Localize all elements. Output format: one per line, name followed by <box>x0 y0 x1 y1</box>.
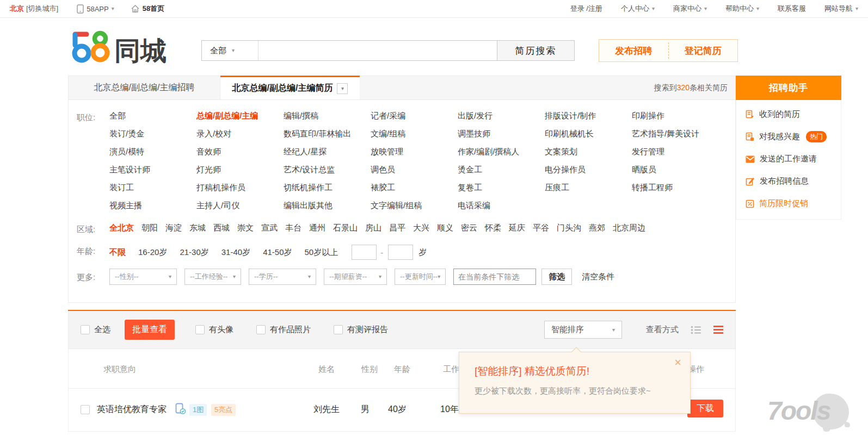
position-option[interactable]: 主持人/司仪 <box>196 201 284 211</box>
position-option[interactable]: 切纸机操作工 <box>284 183 371 193</box>
personal-center-menu[interactable]: 个人中心▾ <box>621 4 655 14</box>
keyword-filter-input[interactable] <box>453 269 536 285</box>
region-option-selected[interactable]: 全北京 <box>109 223 134 233</box>
position-option[interactable]: 编辑/撰稿 <box>284 111 371 121</box>
contact-service-link[interactable]: 联系客服 <box>778 4 806 14</box>
position-option[interactable]: 电分操作员 <box>545 165 632 175</box>
switch-city-link[interactable]: [切换城市] <box>26 4 58 14</box>
region-option[interactable]: 北京周边 <box>613 223 645 233</box>
gender-select[interactable]: --性别--▾ <box>109 269 177 285</box>
app-link[interactable]: 58APP ▾ <box>77 4 114 14</box>
has-avatar-label[interactable]: 有头像 <box>209 325 233 335</box>
has-photos-checkbox[interactable] <box>256 325 266 334</box>
position-option[interactable]: 调色员 <box>371 165 458 175</box>
position-option[interactable]: 文编/组稿 <box>371 129 458 139</box>
position-option[interactable]: 演员/模特 <box>109 147 196 157</box>
search-input[interactable] <box>258 41 497 60</box>
search-category-select[interactable]: 全部 ▾ <box>202 41 258 60</box>
age-option[interactable]: 41-50岁 <box>263 247 292 258</box>
grid-view-icon[interactable] <box>713 326 723 334</box>
experience-select[interactable]: --工作经验--▾ <box>184 269 241 285</box>
region-option[interactable]: 大兴 <box>413 223 429 233</box>
clear-filters-link[interactable]: 清空条件 <box>582 272 614 282</box>
region-option[interactable]: 宣武 <box>261 223 278 233</box>
download-button[interactable]: 下载 <box>687 400 723 418</box>
has-photos-label[interactable]: 有作品照片 <box>270 325 311 335</box>
position-option[interactable]: 发行管理 <box>632 147 719 157</box>
region-option[interactable]: 崇文 <box>237 223 254 233</box>
position-option[interactable]: 记者/采编 <box>371 111 458 121</box>
update-time-select[interactable]: --更新时间--▾ <box>395 269 446 285</box>
post-resume-button[interactable]: 登记简历 <box>669 40 738 61</box>
assistant-item-interested-in-me[interactable]: 对我感兴趣 热门 <box>736 126 841 148</box>
site-nav-menu[interactable]: 网站导航▾ <box>824 4 858 14</box>
age-max-input[interactable] <box>388 245 413 260</box>
position-option[interactable]: 文字编辑/组稿 <box>371 201 458 211</box>
position-option[interactable]: 装订/烫金 <box>109 129 196 139</box>
resume-search-button[interactable]: 简历搜索 <box>497 41 574 60</box>
has-report-label[interactable]: 有测评报告 <box>347 325 388 335</box>
tab-resumes-active[interactable]: 北京总编/副总编/主编简历 ▾ <box>220 76 360 99</box>
position-option[interactable]: 电话采编 <box>458 201 545 211</box>
region-option[interactable]: 丰台 <box>285 223 301 233</box>
region-option[interactable]: 顺义 <box>437 223 453 233</box>
tab-jobs[interactable]: 北京总编/副总编/主编招聘 <box>69 76 220 99</box>
row-checkbox[interactable] <box>81 405 90 414</box>
region-option[interactable]: 石景山 <box>333 223 358 233</box>
position-option[interactable]: 录入/校对 <box>196 129 284 139</box>
region-option[interactable]: 怀柔 <box>485 223 501 233</box>
education-select[interactable]: --学历--▾ <box>249 269 316 285</box>
age-option[interactable]: 50岁以上 <box>305 247 338 258</box>
current-city[interactable]: 北京 <box>10 4 24 14</box>
position-option[interactable]: 编辑出版其他 <box>284 201 371 211</box>
age-option[interactable]: 16-20岁 <box>138 247 167 258</box>
region-option[interactable]: 西城 <box>213 223 230 233</box>
help-center-menu[interactable]: 帮助中心▾ <box>725 4 759 14</box>
position-option[interactable]: 裱胶工 <box>371 183 458 193</box>
position-option[interactable]: 调墨技师 <box>458 129 545 139</box>
region-option[interactable]: 昌平 <box>389 223 405 233</box>
region-option[interactable]: 密云 <box>461 223 477 233</box>
position-option[interactable]: 全部 <box>109 111 196 121</box>
position-option[interactable]: 印刷机械机长 <box>545 129 632 139</box>
apply-filter-button[interactable]: 筛选 <box>541 269 572 285</box>
position-option[interactable]: 装订工 <box>109 183 196 193</box>
login-register-link[interactable]: 登录 /注册 <box>570 4 602 14</box>
region-option[interactable]: 房山 <box>365 223 381 233</box>
business-center-menu[interactable]: 商家中心▾ <box>673 4 707 14</box>
position-option[interactable]: 主笔设计师 <box>109 165 196 175</box>
position-option[interactable]: 视频主播 <box>109 201 196 211</box>
list-view-icon[interactable] <box>691 326 701 334</box>
region-option[interactable]: 东城 <box>189 223 206 233</box>
position-option-selected[interactable]: 总编/副总编/主编 <box>196 111 284 121</box>
has-avatar-checkbox[interactable] <box>195 325 205 334</box>
tab-dropdown-button[interactable]: ▾ <box>337 83 348 94</box>
position-option[interactable]: 出版/发行 <box>458 111 545 121</box>
position-option[interactable]: 复卷工 <box>458 183 545 193</box>
position-option[interactable]: 晒版员 <box>632 165 719 175</box>
region-option[interactable]: 平谷 <box>533 223 549 233</box>
position-option[interactable]: 数码直印/菲林输出 <box>284 129 371 139</box>
assistant-item-sent-invitations[interactable]: 发送的工作邀请 <box>736 148 841 170</box>
region-option[interactable]: 燕郊 <box>589 223 605 233</box>
position-option[interactable]: 烫金工 <box>458 165 545 175</box>
region-option[interactable]: 海淀 <box>165 223 182 233</box>
position-option[interactable]: 文案策划 <box>545 147 632 157</box>
assistant-item-received-resumes[interactable]: 收到的简历 <box>736 103 841 126</box>
position-option[interactable]: 灯光师 <box>196 165 284 175</box>
position-option[interactable]: 印刷操作 <box>632 111 719 121</box>
position-option[interactable]: 转播工程师 <box>632 183 719 193</box>
age-option-selected[interactable]: 不限 <box>109 247 126 258</box>
assistant-item-post-job[interactable]: 发布招聘信息 <box>736 170 841 192</box>
home-link[interactable]: 58首页 <box>131 4 164 14</box>
position-option[interactable]: 作家/编剧/撰稿人 <box>458 147 545 157</box>
select-all-checkbox[interactable] <box>81 325 90 334</box>
position-option[interactable]: 艺术/设计总监 <box>284 165 371 175</box>
position-option[interactable]: 艺术指导/舞美设计 <box>632 129 719 139</box>
region-option[interactable]: 延庆 <box>509 223 525 233</box>
sort-select[interactable]: 智能排序 ▾ <box>544 321 622 339</box>
position-option[interactable]: 压痕工 <box>545 183 632 193</box>
position-option[interactable]: 排版设计/制作 <box>545 111 632 121</box>
post-job-button[interactable]: 发布招聘 <box>599 40 668 61</box>
position-option[interactable]: 经纪人/星探 <box>284 147 371 157</box>
